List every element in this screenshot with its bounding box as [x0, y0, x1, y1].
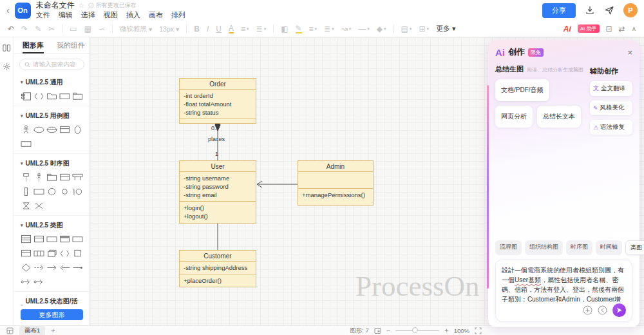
uml-class-order[interactable]: Order-int orderId-float totalAmount-stri… [179, 78, 256, 124]
zoom-slider-knob[interactable] [412, 327, 418, 333]
zoom-out-button[interactable]: − [386, 327, 390, 334]
ai-logo[interactable]: Ai [564, 24, 571, 34]
zoom-in-button[interactable]: + [444, 327, 448, 334]
shape-actor-lifeline[interactable] [32, 173, 45, 182]
shape-class3[interactable] [19, 235, 32, 244]
shape-section-title-2[interactable]: ▾UML2.5 时序图 [14, 158, 90, 171]
translate-item[interactable]: 文全文翻译 [590, 81, 632, 96]
menu-item-1[interactable]: 编辑 [59, 10, 73, 20]
shape-rect[interactable] [32, 187, 45, 196]
shape-rect[interactable] [19, 139, 32, 149]
shape-component[interactable] [19, 91, 32, 101]
shape-arrow-left[interactable] [59, 263, 71, 273]
close-icon[interactable]: × [627, 48, 632, 57]
bold-icon[interactable]: B [194, 25, 200, 33]
settings-icon[interactable] [3, 62, 11, 71]
chip-3[interactable]: 时间轴 [596, 240, 622, 255]
format-painter-icon[interactable]: ✎ [35, 25, 41, 33]
user-avatar[interactable]: P [623, 3, 638, 17]
collapse-toolbar-icon[interactable]: ∧ [632, 25, 636, 32]
grid-icon[interactable]: ⊞▾ [419, 25, 429, 33]
shape-tab-rect[interactable] [45, 173, 58, 182]
shape-arrow-dot[interactable] [71, 263, 84, 273]
favorite-star-icon[interactable]: ☆ [79, 2, 84, 9]
menu-item-2[interactable]: 选择 [81, 10, 95, 20]
prompt-text[interactable]: 設計一個電商系統的使用者模組類別圖，有一個User基類，屬性包括使用者名稱、密碼… [502, 265, 626, 303]
uml-class-customer[interactable]: Customer-string shippingAddress+placeOrd… [179, 250, 256, 287]
shape-section-title-4[interactable]: ▾UML2.5 状态图/活动图 [14, 296, 90, 305]
line-style-icon[interactable]: ≡▾ [309, 25, 317, 33]
shape-class-header[interactable] [59, 235, 71, 244]
shape-class2[interactable] [19, 249, 32, 258]
shape-ellipse-split[interactable] [45, 125, 58, 135]
shape-class2[interactable] [59, 125, 71, 135]
line-end-icon[interactable]: —▾ [358, 25, 370, 33]
attach-plus-icon[interactable] [583, 305, 592, 315]
shape-actor[interactable] [19, 125, 32, 135]
menu-item-0[interactable]: 文件 [36, 10, 50, 20]
shape-rect[interactable] [59, 91, 71, 101]
connector-icon[interactable]: ↝▾ [341, 25, 352, 33]
shape-class2[interactable] [32, 235, 45, 244]
shape-arrow-open[interactable] [45, 263, 58, 273]
list-icon[interactable]: ≡▾ [241, 25, 249, 33]
shape-arrow-odot[interactable] [32, 277, 45, 287]
send-plane-icon[interactable] [604, 5, 614, 15]
shape-arrow-dashed[interactable] [32, 263, 45, 273]
underline-icon[interactable]: U [216, 25, 222, 33]
insert-to-canvas-icon[interactable] [598, 305, 607, 315]
shape-activation[interactable] [19, 187, 32, 196]
chip-selected[interactable]: 类图▾ [625, 240, 644, 255]
font-size-select[interactable]: 13px▾ [159, 25, 179, 33]
font-family-select[interactable]: 微软雅黑▾ [120, 24, 152, 34]
shape-square[interactable] [71, 249, 84, 258]
menu-item-3[interactable]: 视图 [104, 10, 118, 20]
shape-angles[interactable] [32, 91, 45, 101]
fill-color-icon[interactable]: ◧ [281, 25, 288, 33]
minimap-icon[interactable] [374, 327, 381, 334]
preview-icon[interactable]: ⊡ [606, 25, 612, 33]
panel-toggle-icon[interactable] [3, 44, 11, 52]
share-button[interactable]: 分享 [542, 3, 576, 18]
shape-lifeline[interactable] [19, 173, 32, 182]
undo-icon[interactable]: ↶ [8, 25, 14, 33]
more-button[interactable]: 更多▾ [436, 24, 456, 34]
shape-class2[interactable] [59, 173, 71, 182]
layout-icon[interactable]: ▤▾ [401, 25, 412, 33]
add-canvas-button[interactable]: + [51, 327, 55, 334]
shape-stack[interactable] [45, 249, 58, 258]
shape-tall-ellipse[interactable] [71, 125, 84, 135]
insert-image-icon[interactable]: ▦ [84, 25, 91, 33]
line-width-icon[interactable]: ≣▾ [324, 25, 334, 33]
menu-item-4[interactable]: 插入 [126, 10, 140, 20]
uml-class-admin[interactable]: Admin+managePermissions() [298, 160, 374, 206]
menu-item-6[interactable]: 排列 [171, 10, 185, 20]
zoom-level[interactable]: 100% [454, 327, 469, 334]
gen-card-0[interactable]: 文档/PDF/音频 [495, 79, 549, 101]
shape-tab-rect[interactable] [71, 91, 84, 101]
shape-hourglass[interactable] [19, 201, 32, 211]
send-button[interactable] [612, 303, 626, 317]
grammar-item[interactable]: ⚠语法修复 [590, 120, 632, 135]
shape-rect[interactable] [71, 235, 84, 244]
pages-icon[interactable] [6, 327, 14, 334]
shape-circle-big[interactable] [45, 187, 58, 196]
switch-icon[interactable]: ⇄ [619, 25, 625, 33]
insert-shape-icon[interactable]: ▭ [70, 25, 77, 33]
italic-icon[interactable]: I [207, 25, 209, 33]
document-title[interactable]: 未命名文件 [36, 0, 75, 11]
font-color-icon[interactable]: A [229, 24, 234, 34]
shape-rect-3col[interactable] [32, 249, 45, 258]
shape-section-title-3[interactable]: ▾UML2.5 类图 [14, 220, 90, 233]
menu-item-5[interactable]: 画布 [149, 10, 163, 20]
sidebar-tab-0[interactable]: 图形库 [14, 37, 52, 53]
redo-icon[interactable]: ↷ [21, 25, 28, 33]
shape-ellipse[interactable] [32, 125, 45, 135]
arrow-style-icon[interactable]: ◆▾ [377, 25, 386, 33]
canvas-tab[interactable]: 画布1 [19, 326, 45, 335]
chip-1[interactable]: 组织结构图 [525, 240, 563, 255]
shape-io-circle[interactable] [71, 187, 84, 196]
shape-angles[interactable] [59, 249, 71, 258]
back-icon[interactable]: ‹ [6, 5, 10, 15]
ai-assistant-badge[interactable]: AI 助手 [578, 24, 600, 33]
